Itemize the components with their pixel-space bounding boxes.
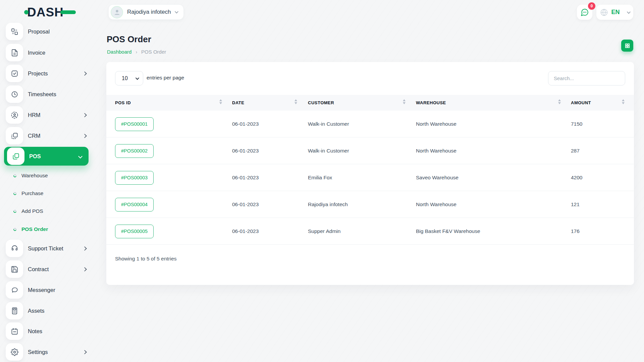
chevron-right-icon <box>83 350 87 354</box>
table-footer-status: Showing 1 to 5 of 5 entries <box>115 256 177 262</box>
sidebar-item-label: CRM <box>28 133 41 139</box>
pos-icon <box>7 147 24 165</box>
sidebar-subitem-label: Add POS <box>21 208 43 214</box>
amount-cell: 287 <box>571 137 580 164</box>
date-cell: 06-01-2023 <box>232 137 259 164</box>
pos-id-link[interactable]: #POS00005 <box>115 225 154 238</box>
sidebar-item-label: Timesheets <box>28 91 56 98</box>
sidebar-subitem-label: Warehouse <box>21 173 48 179</box>
search-input[interactable] <box>548 71 625 85</box>
breadcrumb: Dashboard › POS Order <box>107 49 166 55</box>
sidebar-item-label: Messenger <box>28 287 55 293</box>
sidebar-subitem-pos-order[interactable]: POS Order <box>13 224 87 235</box>
pos-id-link[interactable]: #POS00001 <box>115 117 154 131</box>
customer-cell: Rajodiya infotech <box>308 191 348 218</box>
sidebar-item-label: HRM <box>28 112 41 118</box>
sidebar-subitem-warehouse[interactable]: Warehouse <box>13 170 87 181</box>
sidebar-item-support-ticket[interactable]: Support Ticket <box>6 240 92 257</box>
customer-cell: Walk-in Customer <box>308 137 349 164</box>
warehouse-cell: North Warehouse <box>416 137 457 164</box>
sort-icon <box>622 99 625 104</box>
brand-logo[interactable]: DASH <box>24 6 76 18</box>
customer-cell: Walk-in Customer <box>308 111 349 137</box>
bullet-icon <box>13 227 17 231</box>
sidebar-item-assets[interactable]: Assets <box>6 302 92 319</box>
sidebar-item-proposal[interactable]: Proposal <box>6 23 92 40</box>
sidebar-item-label: Support Ticket <box>28 245 63 252</box>
globe-icon <box>600 8 608 16</box>
grid-view-button[interactable] <box>621 40 633 52</box>
column-header-amount[interactable]: AMOUNT <box>571 95 591 111</box>
timesheets-icon <box>6 85 23 103</box>
sidebar-item-settings[interactable]: Settings <box>6 343 92 361</box>
sidebar-item-timesheets[interactable]: Timesheets <box>6 85 92 103</box>
column-header-pos-id[interactable]: POS ID <box>115 95 131 111</box>
chevron-down-icon <box>627 10 630 13</box>
messenger-icon <box>6 281 23 299</box>
invoice-icon <box>6 44 23 61</box>
logo-dot-icon <box>24 10 29 14</box>
chevron-right-icon <box>83 71 87 76</box>
pos-id-link[interactable]: #POS00003 <box>115 171 154 185</box>
page-size-value: 10 <box>122 75 128 81</box>
date-cell: 06-01-2023 <box>232 191 259 218</box>
crm-icon <box>6 127 23 144</box>
sidebar-subitem-add-pos[interactable]: Add POS <box>13 205 87 217</box>
sidebar-subitem-purchase[interactable]: Purchase <box>13 188 87 199</box>
page-size-select[interactable]: 10 <box>115 71 143 85</box>
proposal-icon <box>6 23 23 40</box>
pos-order-card: 10 entries per page POS ID DATE CUSTOMER… <box>106 62 634 285</box>
breadcrumb-current: POS Order <box>141 49 166 55</box>
company-name: Rajodiya infotech <box>127 9 171 15</box>
contract-icon <box>6 260 23 278</box>
table-row: #POS00004 06-01-2023 Rajodiya infotech N… <box>106 191 634 218</box>
company-selector[interactable]: Rajodiya infotech <box>108 4 184 20</box>
sidebar-item-label: Contract <box>28 266 49 273</box>
sidebar-item-pos[interactable]: POS <box>4 147 89 166</box>
sidebar-item-crm[interactable]: CRM <box>6 127 92 144</box>
support-ticket-icon <box>6 240 23 257</box>
table-row: #POS00001 06-01-2023 Walk-in Customer No… <box>106 111 634 137</box>
chevron-right-icon <box>83 113 87 117</box>
chevron-right-icon <box>83 246 87 251</box>
table-row: #POS00003 06-01-2023 Emilia Fox Saveo Wa… <box>106 164 634 191</box>
sidebar-item-messenger[interactable]: Messenger <box>6 281 92 299</box>
gear-icon <box>6 343 23 361</box>
app-canvas: DASH Proposal Invoice <box>0 0 644 362</box>
amount-cell: 176 <box>571 218 580 245</box>
column-header-customer[interactable]: CUSTOMER <box>308 95 334 111</box>
chat-bubble-icon <box>580 8 589 17</box>
sidebar-item-label: Proposal <box>28 28 50 35</box>
notifications-button[interactable]: 0 <box>577 5 592 20</box>
column-header-date[interactable]: DATE <box>232 95 244 111</box>
table-header: POS ID DATE CUSTOMER WAREHOUSE AMOUNT <box>106 95 634 111</box>
assets-icon <box>6 302 23 319</box>
sidebar: DASH Proposal Invoice <box>0 0 96 362</box>
logo-text: DASH <box>27 6 64 18</box>
grid-icon <box>625 43 630 49</box>
bullet-icon <box>13 191 17 195</box>
sort-icon <box>294 99 297 104</box>
chevron-right-icon <box>83 134 87 138</box>
sidebar-item-label: Projects <box>28 70 48 77</box>
sort-icon <box>403 99 406 104</box>
breadcrumb-separator: › <box>136 49 137 55</box>
sidebar-item-hrm[interactable]: HRM <box>6 106 92 124</box>
logo-dash-icon <box>60 10 76 14</box>
sidebar-item-label: POS <box>29 153 41 160</box>
column-header-warehouse[interactable]: WAREHOUSE <box>416 95 446 111</box>
amount-cell: 7150 <box>571 111 582 137</box>
chevron-down-icon <box>78 154 83 159</box>
hrm-icon <box>6 106 23 124</box>
pos-id-link[interactable]: #POS00004 <box>115 198 154 212</box>
pos-id-link[interactable]: #POS00002 <box>115 144 154 158</box>
page-title: POS Order <box>107 34 151 45</box>
sidebar-item-contract[interactable]: Contract <box>6 260 92 278</box>
sidebar-item-projects[interactable]: Projects <box>6 65 92 82</box>
breadcrumb-dashboard-link[interactable]: Dashboard <box>107 49 131 55</box>
sidebar-item-notes[interactable]: Notes <box>6 322 92 340</box>
language-selector[interactable]: EN <box>596 5 633 20</box>
language-code: EN <box>611 9 620 16</box>
sidebar-item-invoice[interactable]: Invoice <box>6 44 92 61</box>
sidebar-item-label: Assets <box>28 308 45 314</box>
